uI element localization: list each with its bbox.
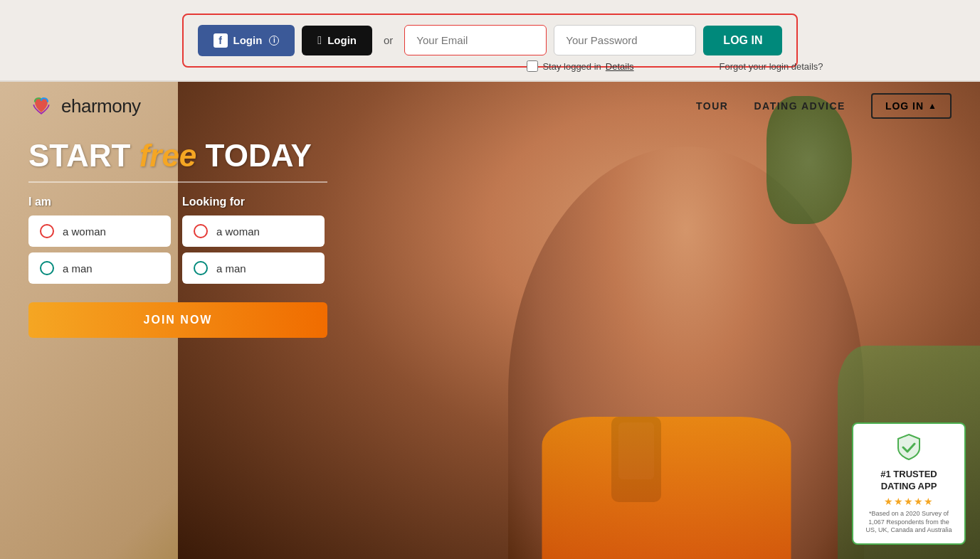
radio-looking-man-circle xyxy=(194,261,208,275)
logo-text: eharmony xyxy=(61,95,141,117)
hero-title-free: free xyxy=(139,138,197,173)
i-am-column: I am a woman a man xyxy=(28,196,171,291)
looking-for-column: Looking for a woman a man xyxy=(182,196,325,291)
details-link[interactable]: Details xyxy=(606,61,634,72)
radio-man-circle xyxy=(40,261,54,275)
trust-number: #1 TRUSTED xyxy=(880,469,937,479)
stay-logged-label[interactable]: Stay logged in Details xyxy=(527,60,633,72)
looking-woman-label: a woman xyxy=(216,225,260,238)
forgot-login-link[interactable]: Forgot your login details? xyxy=(720,61,823,72)
logo: eharmony xyxy=(28,93,141,119)
logo-icon xyxy=(28,93,54,119)
looking-for-label: Looking for xyxy=(182,196,325,208)
registration-form: I am a woman a man Looking for xyxy=(28,196,356,338)
trust-type: DATING APP xyxy=(881,481,937,491)
password-input[interactable] xyxy=(554,25,696,55)
join-now-button[interactable]: JOIN NOW xyxy=(28,302,327,338)
clothing-orange xyxy=(542,417,791,559)
log-in-label: LOG IN xyxy=(723,34,762,46)
hero-title: START free TODAY xyxy=(28,139,356,173)
login-bar: f Login i  Login or LOG IN Stay logged … xyxy=(0,0,980,82)
trust-badge: #1 TRUSTED DATING APP ★★★★★ *Based on a … xyxy=(852,422,966,545)
looking-for-options: a woman a man xyxy=(182,215,325,284)
stay-logged-checkbox[interactable] xyxy=(527,60,538,72)
login-bar-bottom: Stay logged in Details Forgot your login… xyxy=(0,60,980,72)
trust-description: *Based on a 2020 Survey of 1,067 Respond… xyxy=(865,510,953,535)
hero-title-end: TODAY xyxy=(196,138,311,173)
looking-man-option[interactable]: a man xyxy=(182,252,325,284)
i-am-man-label: a man xyxy=(63,262,93,275)
form-row: I am a woman a man Looking for xyxy=(28,196,356,291)
email-input[interactable] xyxy=(404,25,547,55)
login-bar-inner: f Login i  Login or LOG IN xyxy=(182,14,799,68)
shield-icon xyxy=(865,432,953,466)
log-in-button[interactable]: LOG IN xyxy=(703,26,782,55)
stay-logged-text: Stay logged in xyxy=(542,61,601,72)
nav-dating-advice[interactable]: DATING ADVICE xyxy=(754,100,845,112)
radio-woman-circle xyxy=(40,224,54,238)
apple-login-button[interactable]:  Login xyxy=(302,26,372,55)
join-label: JOIN NOW xyxy=(144,314,213,326)
facebook-login-button[interactable]: f Login i xyxy=(198,25,295,56)
i-am-woman-label: a woman xyxy=(63,225,106,238)
radio-looking-woman-circle xyxy=(194,224,208,238)
hero-content: START free TODAY I am a woman a man xyxy=(28,139,356,338)
trust-title: #1 TRUSTED DATING APP xyxy=(865,469,953,493)
i-am-man-option[interactable]: a man xyxy=(28,252,171,284)
nav-login-button[interactable]: LOG IN ▲ xyxy=(871,93,952,119)
navbar: eharmony TOUR DATING ADVICE LOG IN ▲ xyxy=(0,82,980,130)
info-icon: i xyxy=(269,36,279,46)
apple-icon:  xyxy=(317,34,322,47)
apple-login-label: Login xyxy=(327,34,357,46)
nav-links: TOUR DATING ADVICE LOG IN ▲ xyxy=(696,93,952,119)
i-am-options: a woman a man xyxy=(28,215,171,284)
chevron-up-icon: ▲ xyxy=(928,101,937,111)
facebook-icon: f xyxy=(214,33,228,48)
nav-tour[interactable]: TOUR xyxy=(696,100,728,112)
nav-login-label: LOG IN xyxy=(885,100,924,112)
looking-woman-option[interactable]: a woman xyxy=(182,215,325,247)
i-am-label: I am xyxy=(28,196,171,208)
or-separator: or xyxy=(384,34,393,46)
trust-stars: ★★★★★ xyxy=(865,496,953,507)
i-am-woman-option[interactable]: a woman xyxy=(28,215,171,247)
facebook-login-label: Login xyxy=(233,34,263,46)
looking-man-label: a man xyxy=(216,262,246,275)
hero-title-start: START xyxy=(28,138,139,173)
hero-section: eharmony TOUR DATING ADVICE LOG IN ▲ STA… xyxy=(0,82,980,559)
hero-divider xyxy=(28,181,327,183)
